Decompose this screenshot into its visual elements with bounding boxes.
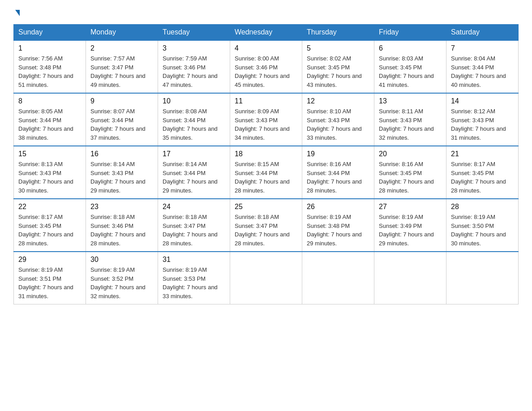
day-number: 22 bbox=[18, 203, 81, 211]
day-info: Sunrise: 8:12 AMSunset: 3:43 PMDaylight:… bbox=[451, 108, 506, 141]
header-thursday: Thursday bbox=[302, 25, 374, 41]
day-number: 27 bbox=[379, 203, 442, 211]
day-number: 29 bbox=[18, 256, 81, 264]
day-info: Sunrise: 8:04 AMSunset: 3:44 PMDaylight:… bbox=[451, 55, 506, 88]
day-number: 31 bbox=[163, 256, 225, 264]
day-info: Sunrise: 8:17 AMSunset: 3:45 PMDaylight:… bbox=[451, 161, 506, 194]
calendar-body: 1 Sunrise: 7:56 AMSunset: 3:48 PMDayligh… bbox=[14, 40, 519, 304]
header-sunday: Sunday bbox=[14, 25, 86, 41]
day-number: 10 bbox=[163, 97, 225, 105]
calendar-cell: 13 Sunrise: 8:11 AMSunset: 3:43 PMDaylig… bbox=[374, 93, 446, 146]
day-info: Sunrise: 8:18 AMSunset: 3:46 PMDaylight:… bbox=[90, 214, 146, 247]
calendar-cell: 11 Sunrise: 8:09 AMSunset: 3:43 PMDaylig… bbox=[230, 93, 302, 146]
day-number: 12 bbox=[307, 97, 369, 105]
day-info: Sunrise: 8:11 AMSunset: 3:43 PMDaylight:… bbox=[379, 108, 434, 141]
day-info: Sunrise: 8:09 AMSunset: 3:43 PMDaylight:… bbox=[235, 108, 290, 141]
calendar-cell: 5 Sunrise: 8:02 AMSunset: 3:45 PMDayligh… bbox=[302, 40, 374, 93]
day-info: Sunrise: 8:02 AMSunset: 3:45 PMDaylight:… bbox=[307, 55, 362, 88]
calendar-cell: 18 Sunrise: 8:15 AMSunset: 3:44 PMDaylig… bbox=[230, 146, 302, 199]
day-info: Sunrise: 8:18 AMSunset: 3:47 PMDaylight:… bbox=[163, 214, 218, 247]
day-info: Sunrise: 8:13 AMSunset: 3:43 PMDaylight:… bbox=[18, 161, 73, 194]
calendar-cell: 21 Sunrise: 8:17 AMSunset: 3:45 PMDaylig… bbox=[446, 146, 519, 199]
calendar-cell bbox=[446, 252, 519, 304]
calendar-cell bbox=[230, 252, 302, 304]
day-number: 3 bbox=[163, 44, 225, 52]
calendar-cell: 7 Sunrise: 8:04 AMSunset: 3:44 PMDayligh… bbox=[446, 40, 519, 93]
calendar-cell: 3 Sunrise: 7:59 AMSunset: 3:46 PMDayligh… bbox=[158, 40, 230, 93]
day-info: Sunrise: 8:16 AMSunset: 3:44 PMDaylight:… bbox=[307, 161, 362, 194]
calendar-cell: 8 Sunrise: 8:05 AMSunset: 3:44 PMDayligh… bbox=[14, 93, 86, 146]
day-info: Sunrise: 8:19 AMSunset: 3:52 PMDaylight:… bbox=[90, 266, 146, 300]
day-number: 15 bbox=[18, 150, 81, 158]
day-info: Sunrise: 8:19 AMSunset: 3:48 PMDaylight:… bbox=[307, 214, 362, 247]
day-number: 28 bbox=[451, 203, 514, 211]
day-info: Sunrise: 8:19 AMSunset: 3:51 PMDaylight:… bbox=[18, 266, 73, 300]
calendar-cell: 12 Sunrise: 8:10 AMSunset: 3:43 PMDaylig… bbox=[302, 93, 374, 146]
calendar-cell: 16 Sunrise: 8:14 AMSunset: 3:43 PMDaylig… bbox=[86, 146, 158, 199]
page-header bbox=[13, 9, 519, 15]
calendar-cell: 14 Sunrise: 8:12 AMSunset: 3:43 PMDaylig… bbox=[446, 93, 519, 146]
calendar-cell: 27 Sunrise: 8:19 AMSunset: 3:49 PMDaylig… bbox=[374, 199, 446, 252]
calendar-cell: 15 Sunrise: 8:13 AMSunset: 3:43 PMDaylig… bbox=[14, 146, 86, 199]
calendar-cell: 9 Sunrise: 8:07 AMSunset: 3:44 PMDayligh… bbox=[86, 93, 158, 146]
calendar-cell bbox=[374, 252, 446, 304]
day-number: 14 bbox=[451, 97, 514, 105]
calendar-cell: 20 Sunrise: 8:16 AMSunset: 3:45 PMDaylig… bbox=[374, 146, 446, 199]
day-number: 4 bbox=[235, 44, 297, 52]
calendar-cell: 4 Sunrise: 8:00 AMSunset: 3:46 PMDayligh… bbox=[230, 40, 302, 93]
day-info: Sunrise: 8:15 AMSunset: 3:44 PMDaylight:… bbox=[235, 161, 290, 194]
day-info: Sunrise: 8:16 AMSunset: 3:45 PMDaylight:… bbox=[379, 161, 434, 194]
day-info: Sunrise: 8:07 AMSunset: 3:44 PMDaylight:… bbox=[90, 108, 146, 141]
calendar-header-row: SundayMondayTuesdayWednesdayThursdayFrid… bbox=[14, 25, 519, 41]
calendar-cell bbox=[302, 252, 374, 304]
day-number: 1 bbox=[18, 44, 81, 52]
week-row-2: 8 Sunrise: 8:05 AMSunset: 3:44 PMDayligh… bbox=[14, 93, 519, 146]
day-info: Sunrise: 8:18 AMSunset: 3:47 PMDaylight:… bbox=[235, 214, 290, 247]
day-info: Sunrise: 8:19 AMSunset: 3:53 PMDaylight:… bbox=[163, 266, 218, 300]
day-info: Sunrise: 8:05 AMSunset: 3:44 PMDaylight:… bbox=[18, 108, 73, 141]
week-row-5: 29 Sunrise: 8:19 AMSunset: 3:51 PMDaylig… bbox=[14, 252, 519, 304]
calendar-cell: 22 Sunrise: 8:17 AMSunset: 3:45 PMDaylig… bbox=[14, 199, 86, 252]
day-number: 11 bbox=[235, 97, 297, 105]
day-number: 20 bbox=[379, 150, 442, 158]
day-info: Sunrise: 8:08 AMSunset: 3:44 PMDaylight:… bbox=[163, 108, 218, 141]
day-info: Sunrise: 8:19 AMSunset: 3:49 PMDaylight:… bbox=[379, 214, 434, 247]
calendar-cell: 2 Sunrise: 7:57 AMSunset: 3:47 PMDayligh… bbox=[86, 40, 158, 93]
day-info: Sunrise: 7:56 AMSunset: 3:48 PMDaylight:… bbox=[18, 55, 73, 88]
week-row-4: 22 Sunrise: 8:17 AMSunset: 3:45 PMDaylig… bbox=[14, 199, 519, 252]
calendar-cell: 23 Sunrise: 8:18 AMSunset: 3:46 PMDaylig… bbox=[86, 199, 158, 252]
day-number: 7 bbox=[451, 44, 514, 52]
day-number: 5 bbox=[307, 44, 369, 52]
day-number: 8 bbox=[18, 97, 81, 105]
day-info: Sunrise: 7:57 AMSunset: 3:47 PMDaylight:… bbox=[90, 55, 146, 88]
day-number: 25 bbox=[235, 203, 297, 211]
week-row-1: 1 Sunrise: 7:56 AMSunset: 3:48 PMDayligh… bbox=[14, 40, 519, 93]
calendar-cell: 30 Sunrise: 8:19 AMSunset: 3:52 PMDaylig… bbox=[86, 252, 158, 304]
day-number: 9 bbox=[90, 97, 153, 105]
day-number: 24 bbox=[163, 203, 225, 211]
day-number: 6 bbox=[379, 44, 442, 52]
calendar-cell: 24 Sunrise: 8:18 AMSunset: 3:47 PMDaylig… bbox=[158, 199, 230, 252]
header-saturday: Saturday bbox=[446, 25, 519, 41]
day-number: 30 bbox=[90, 256, 153, 264]
day-number: 2 bbox=[90, 44, 153, 52]
day-info: Sunrise: 8:10 AMSunset: 3:43 PMDaylight:… bbox=[307, 108, 362, 141]
calendar-cell: 25 Sunrise: 8:18 AMSunset: 3:47 PMDaylig… bbox=[230, 199, 302, 252]
day-info: Sunrise: 8:14 AMSunset: 3:43 PMDaylight:… bbox=[90, 161, 146, 194]
calendar-table: SundayMondayTuesdayWednesdayThursdayFrid… bbox=[13, 24, 519, 304]
calendar-cell: 17 Sunrise: 8:14 AMSunset: 3:44 PMDaylig… bbox=[158, 146, 230, 199]
day-info: Sunrise: 8:00 AMSunset: 3:46 PMDaylight:… bbox=[235, 55, 290, 88]
logo-arrow-icon bbox=[15, 10, 20, 16]
logo bbox=[13, 9, 20, 15]
header-tuesday: Tuesday bbox=[158, 25, 230, 41]
day-info: Sunrise: 7:59 AMSunset: 3:46 PMDaylight:… bbox=[163, 55, 218, 88]
day-number: 13 bbox=[379, 97, 442, 105]
calendar-cell: 19 Sunrise: 8:16 AMSunset: 3:44 PMDaylig… bbox=[302, 146, 374, 199]
calendar-cell: 29 Sunrise: 8:19 AMSunset: 3:51 PMDaylig… bbox=[14, 252, 86, 304]
header-friday: Friday bbox=[374, 25, 446, 41]
day-number: 19 bbox=[307, 150, 369, 158]
day-number: 26 bbox=[307, 203, 369, 211]
day-number: 16 bbox=[90, 150, 153, 158]
calendar-cell: 6 Sunrise: 8:03 AMSunset: 3:45 PMDayligh… bbox=[374, 40, 446, 93]
day-number: 18 bbox=[235, 150, 297, 158]
